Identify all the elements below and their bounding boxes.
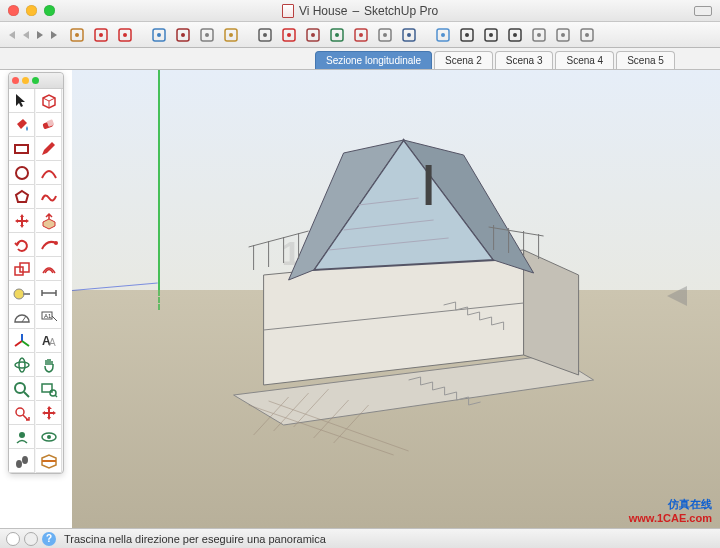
axis-green-down [158, 290, 160, 310]
svg-line-79 [22, 316, 26, 322]
watermark-cn: 仿真在线 [629, 497, 712, 512]
svg-rect-72 [15, 145, 28, 153]
nav-back-icon[interactable] [6, 29, 18, 41]
status-hint: Trascina nella direzione per eseguire un… [64, 533, 326, 545]
follow-me-tool[interactable] [36, 233, 62, 257]
orbit-tool[interactable] [9, 353, 35, 377]
svg-point-99 [22, 456, 28, 464]
circle-tool[interactable] [9, 161, 35, 185]
scene-tabs-bar: Sezione longitudinaleScena 2Scena 3Scena… [0, 48, 720, 70]
previous-tool[interactable] [9, 401, 35, 425]
fog-icon[interactable] [278, 24, 300, 46]
line-tool[interactable] [36, 137, 62, 161]
nav-back-icon[interactable] [20, 29, 32, 41]
warehouse-icon[interactable] [66, 24, 88, 46]
mono-icon[interactable] [576, 24, 598, 46]
status-icons: ? [6, 532, 56, 546]
paint-bucket-tool[interactable] [9, 113, 35, 137]
watermark-url: www.1CAE.com [629, 512, 712, 524]
svg-point-19 [311, 33, 315, 37]
svg-point-17 [287, 33, 291, 37]
preferences-icon[interactable] [374, 24, 396, 46]
look-around-tool[interactable] [36, 425, 62, 449]
wire-icon[interactable] [480, 24, 502, 46]
layers-icon[interactable] [172, 24, 194, 46]
scene-tab-0[interactable]: Sezione longitudinale [315, 51, 432, 69]
shaded-icon[interactable] [528, 24, 550, 46]
rotate-tool[interactable] [9, 233, 35, 257]
orbit-hint-icon [662, 276, 702, 316]
offset-tool[interactable] [36, 257, 62, 281]
walk-tool[interactable] [9, 449, 35, 473]
back-icon[interactable] [456, 24, 478, 46]
svg-point-29 [441, 33, 445, 37]
svg-rect-62 [426, 165, 432, 205]
palette-min-icon[interactable] [22, 77, 29, 84]
palette-close-icon[interactable] [12, 77, 19, 84]
scale-tool[interactable] [9, 257, 35, 281]
axis-green-up [158, 70, 160, 290]
3d-viewport[interactable]: 1CAE [72, 70, 720, 528]
credits-icon[interactable] [24, 532, 38, 546]
scene-tab-2[interactable]: Scena 3 [495, 51, 554, 69]
svg-line-83 [15, 341, 22, 346]
select-tool[interactable] [9, 89, 35, 113]
3dtext-tool[interactable]: AA [36, 329, 62, 353]
extension-icon[interactable] [398, 24, 420, 46]
section-plane-tool[interactable] [36, 449, 62, 473]
pan-tool[interactable] [36, 353, 62, 377]
next-tool[interactable] [36, 401, 62, 425]
scenes-icon[interactable] [220, 24, 242, 46]
rectangle-tool[interactable] [9, 137, 35, 161]
svg-point-9 [181, 33, 185, 37]
palette-zoom-icon[interactable] [32, 77, 39, 84]
palette-titlebar[interactable] [9, 73, 63, 89]
eraser-tool[interactable] [36, 113, 62, 137]
scene-tab-4[interactable]: Scena 5 [616, 51, 675, 69]
match-photo-icon[interactable] [302, 24, 324, 46]
shadows-icon[interactable] [254, 24, 276, 46]
freehand-tool[interactable] [36, 185, 62, 209]
svg-point-94 [16, 408, 24, 416]
nav-fwd-icon[interactable] [48, 29, 60, 41]
polygon-tool[interactable] [9, 185, 35, 209]
top-toolbar [0, 22, 720, 48]
shaded-texture-icon[interactable] [552, 24, 574, 46]
geo-location-icon[interactable] [6, 532, 20, 546]
xray-icon[interactable] [432, 24, 454, 46]
svg-point-27 [407, 33, 411, 37]
svg-point-15 [263, 33, 267, 37]
nav-fwd-icon[interactable] [34, 29, 46, 41]
outliner-icon[interactable] [196, 24, 218, 46]
svg-line-56 [249, 231, 309, 247]
hidden-icon[interactable] [504, 24, 526, 46]
move-tool[interactable] [9, 209, 35, 233]
materials-icon[interactable] [114, 24, 136, 46]
svg-point-37 [537, 33, 541, 37]
styles-icon[interactable] [148, 24, 170, 46]
tape-tool[interactable] [9, 281, 35, 305]
arc-tool[interactable] [36, 161, 62, 185]
svg-point-87 [15, 362, 29, 368]
protractor-tool[interactable] [9, 305, 35, 329]
dimension-tool[interactable] [36, 281, 62, 305]
instructor-icon[interactable] [350, 24, 372, 46]
push-pull-tool[interactable] [36, 209, 62, 233]
title-file: Vi House [299, 4, 347, 18]
svg-point-97 [47, 435, 51, 439]
scene-tab-1[interactable]: Scena 2 [434, 51, 493, 69]
position-camera-tool[interactable] [9, 425, 35, 449]
text-tool[interactable]: A1 [36, 305, 62, 329]
svg-point-35 [513, 33, 517, 37]
scene-tab-3[interactable]: Scena 4 [555, 51, 614, 69]
soften-icon[interactable] [326, 24, 348, 46]
svg-text:A: A [49, 337, 56, 348]
svg-point-39 [561, 33, 565, 37]
zoom-window-tool[interactable] [36, 377, 62, 401]
make-component-tool[interactable] [36, 89, 62, 113]
svg-point-31 [465, 33, 469, 37]
zoom-tool[interactable] [9, 377, 35, 401]
component-icon[interactable] [90, 24, 112, 46]
axes-tool[interactable] [9, 329, 35, 353]
help-icon[interactable]: ? [42, 532, 56, 546]
